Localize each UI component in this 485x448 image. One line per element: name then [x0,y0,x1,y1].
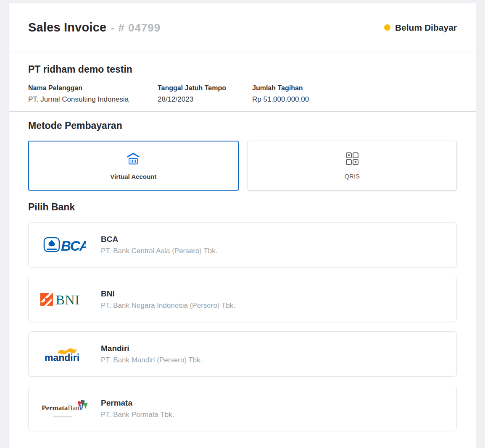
bank-name: Mandiri [101,344,203,353]
qris-icon [345,152,359,167]
bca-logo: BCA [40,235,90,254]
payment-methods: Virtual Account QRIS [28,141,457,191]
bank-fullname: PT. Bank Permata Tbk. [101,411,174,419]
bank-text: Mandiri PT. Bank Mandiri (Persero) Tbk. [101,344,203,364]
permata-logo: PermataBank [40,398,90,419]
bank-list: BCA BCA PT. Bank Central Asia (Persero) … [28,222,457,431]
bank-name: Permata [101,398,174,408]
method-virtual-account[interactable]: Virtual Account [28,141,239,191]
company-name: PT ridham demo testin [28,64,457,75]
bank-option-bni[interactable]: BNI BNI PT. Bank Negara Indonesia (Perse… [28,277,457,322]
bank-building-icon [126,152,141,168]
field-amount: Jumlah Tagihan Rp 51.000.000,00 [252,84,309,104]
svg-text:mandiri: mandiri [45,352,79,363]
invoice-info: PT ridham demo testin Nama Pelanggan PT.… [9,52,476,112]
bank-text: Permata PT. Bank Permata Tbk. [101,398,174,419]
invoice-panel: Sales Invoice - # 04799 Belum Dibayar PT… [9,3,476,448]
title-group: Sales Invoice - # 04799 [28,21,161,34]
invoice-number: - # 04799 [111,21,161,34]
invoice-header: Sales Invoice - # 04799 Belum Dibayar [9,3,476,52]
bank-text: BNI PT. Bank Negara Indonesia (Persero) … [101,289,235,310]
status-dot-icon [384,24,390,31]
bank-option-bca[interactable]: BCA BCA PT. Bank Central Asia (Persero) … [28,222,457,267]
method-qris[interactable]: QRIS [248,141,457,191]
field-label: Tanggal Jatuh Tempo [158,84,252,92]
page-title: Sales Invoice [28,21,106,34]
status-badge: Belum Dibayar [384,23,457,33]
field-value: PT. Jurnal Consulting Indonesia [28,95,158,104]
bank-fullname: PT. Bank Central Asia (Persero) Tbk. [101,247,217,255]
field-label: Nama Pelanggan [28,84,158,92]
bank-fullname: PT. Bank Mandiri (Persero) Tbk. [101,356,203,364]
bank-option-mandiri[interactable]: mandiri Mandiri PT. Bank Mandiri (Perser… [28,331,457,377]
field-value: 28/12/2023 [158,95,252,104]
bank-fullname: PT. Bank Negara Indonesia (Persero) Tbk. [101,301,235,310]
status-label: Belum Dibayar [395,23,457,33]
field-due-date: Tanggal Jatuh Tempo 28/12/2023 [158,84,252,104]
bank-text: BCA PT. Bank Central Asia (Persero) Tbk. [101,235,217,255]
field-value: Rp 51.000.000,00 [252,95,309,104]
bni-logo: BNI [40,290,90,309]
mandiri-logo: mandiri [40,344,90,364]
svg-text:BNI: BNI [55,292,80,307]
method-label: QRIS [344,173,360,180]
bank-name: BNI [101,289,235,299]
bank-name: BCA [101,235,217,244]
field-label: Jumlah Tagihan [252,84,309,92]
invoice-fields: Nama Pelanggan PT. Jurnal Consulting Ind… [28,84,457,104]
svg-text:PermataBank: PermataBank [42,404,83,412]
pilih-bank-heading: Pilih Bank [28,202,457,213]
bank-option-permata[interactable]: PermataBank Permata PT. Bank Permata Tbk… [28,386,457,431]
method-label: Virtual Account [110,173,156,180]
payment-section: Metode Pembayaran Virtual Account [9,112,476,440]
field-customer: Nama Pelanggan PT. Jurnal Consulting Ind… [28,84,158,104]
payment-method-heading: Metode Pembayaran [28,120,457,131]
svg-text:BCA: BCA [61,238,86,254]
